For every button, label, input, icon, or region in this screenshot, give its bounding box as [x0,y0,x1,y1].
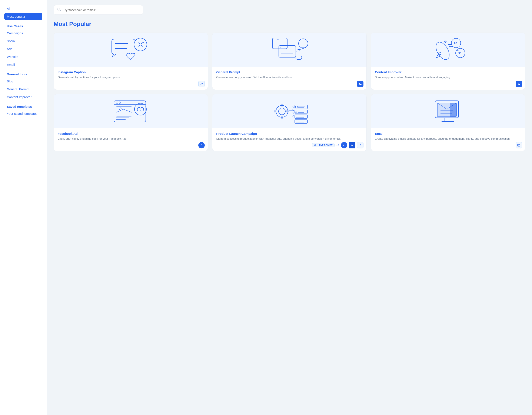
card-image-facebook-ad [54,94,208,128]
svg-point-8 [139,43,142,46]
card-general-prompt[interactable]: in f General Prompt Generate a [212,33,366,90]
svg-line-1 [60,10,61,11]
card-facebook-ad[interactable]: Facebook Ad Easily craft highly engaging… [54,94,208,151]
card-body-instagram: Instagram Caption Generate catchy captio… [54,67,208,90]
cards-grid: Instagram Caption Generate catchy captio… [54,33,525,151]
sidebar: All Most popular Use Cases Campaigns Soc… [0,0,47,415]
svg-point-37 [119,102,121,104]
card-image-email [371,94,525,128]
svg-line-41 [124,109,132,112]
svg-text:62: 62 [454,42,457,45]
instagram-action-icon[interactable] [198,81,205,87]
sidebar-item-content-improver[interactable]: Content Improver [4,94,42,100]
card-content-improver[interactable]: 62 90 Content Improver Spruce up your co… [371,33,525,90]
svg-point-19 [299,39,308,48]
sidebar-item-email[interactable]: Email [4,61,42,68]
svg-point-46 [276,106,288,117]
card-image-content-improver: 62 90 [371,33,525,67]
card-footer-product-launch: MULTI-PROMPT +3 f in [312,142,363,148]
card-image-instagram [54,33,208,67]
email-icon[interactable] [516,142,522,148]
svg-text:f: f [343,144,344,146]
sidebar-item-all[interactable]: All [4,5,42,12]
sidebar-section-use-cases: Use Cases [7,24,42,28]
sidebar-item-website[interactable]: Website [4,53,42,60]
search-bar [54,5,143,15]
svg-rect-67 [295,120,307,124]
multi-prompt-badge: MULTI-PROMPT [312,143,334,147]
sidebar-section-saved-templates: Saved templates [7,105,42,108]
svg-text:in: in [351,144,353,146]
card-image-product-launch: in [212,94,366,128]
svg-rect-48 [281,104,283,106]
card-image-general-prompt: in f [212,33,366,67]
svg-rect-56 [295,105,307,109]
svg-text:in: in [277,39,279,41]
card-footer-general-prompt [357,81,363,87]
svg-rect-2 [112,39,135,54]
svg-point-36 [116,102,118,104]
search-icon [57,8,61,12]
extra-count: +3 [336,144,339,147]
svg-point-47 [279,108,285,115]
arrow-multi-icon[interactable] [357,142,363,148]
svg-rect-7 [138,42,143,47]
svg-rect-64 [295,115,307,119]
terminal-icon[interactable] [357,81,363,87]
linkedin-multi-icon[interactable]: in [349,142,355,148]
svg-point-9 [143,42,144,43]
svg-point-42 [119,108,121,110]
sidebar-item-most-popular[interactable]: Most popular [4,13,42,20]
card-product-launch[interactable]: in Product Launch Campaign Stage a succe… [212,94,366,151]
search-input[interactable] [63,8,139,12]
page-title: Most Popular [54,21,525,28]
card-footer-instagram [198,81,205,87]
svg-rect-51 [286,110,289,112]
svg-rect-49 [281,116,283,119]
main-content: Most Popular [47,0,532,415]
svg-text:f: f [280,47,281,49]
svg-text:in: in [295,111,297,113]
sidebar-item-social[interactable]: Social [4,38,42,45]
svg-rect-50 [274,110,276,112]
card-footer-content-improver [516,81,522,87]
svg-rect-10 [272,38,287,49]
svg-text:f: f [201,144,202,147]
card-body-email: Email Create captivating emails suitable… [371,128,525,151]
list-edit-icon[interactable] [516,81,522,87]
sidebar-section-general-tools: General tools [7,72,42,76]
facebook-multi-icon[interactable]: f [341,142,347,148]
svg-point-6 [134,38,147,51]
sidebar-item-general-prompt[interactable]: General Prompt [4,86,42,93]
facebook-icon[interactable]: f [198,142,205,148]
card-instagram-caption[interactable]: Instagram Caption Generate catchy captio… [54,33,208,90]
svg-text:90: 90 [458,52,461,55]
svg-rect-81 [450,103,456,117]
card-body-content-improver: Content Improver Spruce up your content.… [371,67,525,90]
card-email[interactable]: Email Create captivating emails suitable… [371,94,525,151]
sidebar-item-campaigns[interactable]: Campaigns [4,29,42,37]
card-footer-email [516,142,522,148]
svg-point-23 [433,40,452,62]
svg-point-38 [134,103,146,115]
card-body-general-prompt: General Prompt Generate any copy you wan… [212,67,366,90]
svg-point-24 [438,52,441,55]
card-footer-facebook-ad: f [198,142,205,148]
svg-point-57 [295,106,297,108]
sidebar-item-your-saved-templates[interactable]: Your saved templates [4,110,42,117]
sidebar-item-blog[interactable]: Blog [4,78,42,85]
sidebar-item-ads[interactable]: Ads [4,45,42,52]
card-body-facebook-ad: Facebook Ad Easily craft highly engaging… [54,128,208,151]
